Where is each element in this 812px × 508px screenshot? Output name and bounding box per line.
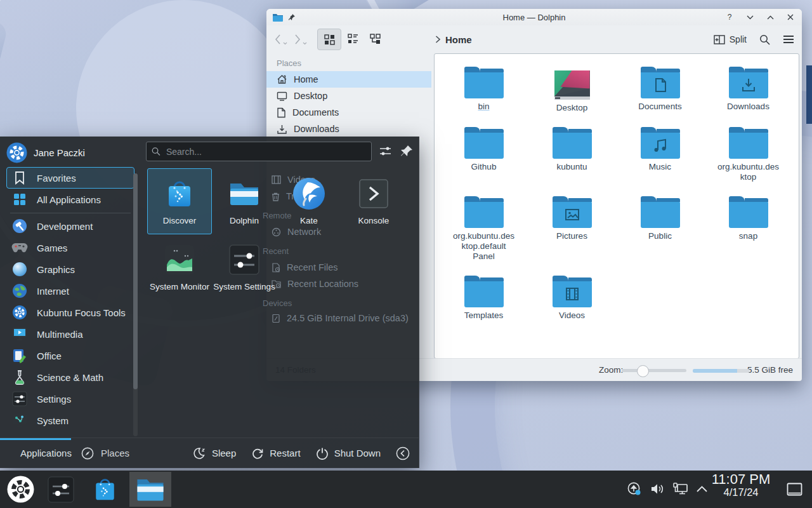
breadcrumb[interactable]: Home bbox=[435, 34, 472, 45]
details-view-button[interactable] bbox=[341, 29, 364, 49]
place-documents[interactable]: Documents bbox=[266, 104, 431, 121]
search-button[interactable] bbox=[759, 34, 770, 45]
file-pictures[interactable]: Pictures bbox=[531, 192, 613, 262]
categories-scrollbar[interactable] bbox=[133, 173, 138, 436]
file-label: Public bbox=[648, 231, 672, 241]
favorite-kate[interactable]: Kate bbox=[277, 168, 341, 234]
category-graphics[interactable]: Graphics bbox=[6, 258, 134, 280]
file-org-kubuntu-desktop[interactable]: org.kubuntu.desktop bbox=[707, 123, 790, 182]
digital-clock[interactable]: 11:07 PM 4/17/24 bbox=[697, 472, 785, 498]
category-favorites[interactable]: Favorites bbox=[6, 167, 134, 189]
split-icon bbox=[714, 35, 725, 44]
tab-places[interactable]: Places bbox=[81, 438, 129, 468]
favorite-system-monitor[interactable]: System Monitor bbox=[147, 234, 212, 300]
breadcrumb-home[interactable]: Home bbox=[445, 34, 472, 45]
kubuntu-logo-icon bbox=[6, 475, 35, 504]
file-templates[interactable]: Templates bbox=[443, 272, 525, 321]
launcher-categories: Favorites All Applications Development G… bbox=[0, 167, 141, 431]
action-label: Shut Down bbox=[334, 448, 381, 458]
taskbar-discover[interactable] bbox=[90, 474, 120, 504]
taskbar-dolphin[interactable] bbox=[135, 475, 166, 504]
dolphin-icon bbox=[135, 475, 166, 504]
file-label: Videos bbox=[559, 311, 585, 321]
file-kubuntu[interactable]: kubuntu bbox=[531, 123, 613, 182]
updates-tray-icon[interactable] bbox=[627, 481, 642, 497]
category-multimedia[interactable]: Multimedia bbox=[6, 323, 134, 345]
folder-downloads-icon bbox=[729, 72, 768, 98]
favorite-dolphin[interactable]: Dolphin bbox=[212, 168, 277, 234]
user-avatar[interactable] bbox=[6, 142, 27, 163]
category-games[interactable]: Games bbox=[6, 237, 134, 258]
file-documents[interactable]: Documents bbox=[619, 63, 702, 113]
place-downloads[interactable]: Downloads bbox=[266, 121, 431, 137]
tree-view-button[interactable] bbox=[364, 29, 387, 49]
back-button[interactable] bbox=[274, 34, 287, 45]
split-button[interactable]: Split bbox=[714, 34, 747, 44]
file-bin[interactable]: bin bbox=[443, 63, 525, 113]
sleep-icon bbox=[193, 447, 206, 460]
filter-button[interactable] bbox=[377, 144, 393, 158]
taskbar: 11:07 PM 4/17/24 bbox=[0, 471, 812, 508]
show-desktop-button[interactable] bbox=[787, 483, 802, 496]
close-button[interactable] bbox=[785, 12, 796, 22]
tab-label: Places bbox=[101, 448, 129, 458]
maximize-button[interactable] bbox=[765, 12, 775, 22]
launcher-search[interactable] bbox=[146, 142, 372, 161]
sleep-button[interactable]: Sleep bbox=[193, 447, 236, 460]
file-downloads[interactable]: Downloads bbox=[707, 63, 790, 113]
favorite-discover[interactable]: Discover bbox=[147, 168, 212, 234]
category-internet[interactable]: Internet bbox=[6, 280, 134, 302]
category-kubuntu-focus-tools[interactable]: Kubuntu Focus Tools bbox=[6, 302, 134, 323]
category-science-math[interactable]: Science & Math bbox=[6, 366, 134, 388]
split-label: Split bbox=[730, 34, 747, 44]
scrollbar-thumb[interactable] bbox=[133, 173, 138, 389]
folder-icon bbox=[464, 281, 504, 307]
pin-button[interactable] bbox=[400, 144, 414, 158]
place-home[interactable]: Home bbox=[266, 71, 431, 88]
place-label: Home bbox=[294, 74, 318, 84]
taskbar-system-settings[interactable] bbox=[47, 476, 75, 504]
network-tray-icon[interactable] bbox=[672, 482, 688, 496]
tab-applications[interactable]: Applications bbox=[0, 438, 71, 468]
category-office[interactable]: Office bbox=[6, 345, 134, 366]
file-snap[interactable]: snap bbox=[707, 192, 790, 262]
taskbar-launcher-button[interactable] bbox=[6, 475, 35, 504]
file-label: bin bbox=[478, 102, 489, 112]
file-label: Desktop bbox=[556, 103, 588, 113]
zoom-slider[interactable] bbox=[622, 369, 686, 372]
search-input[interactable] bbox=[165, 146, 366, 157]
file-github[interactable]: Github bbox=[443, 123, 525, 182]
hamburger-menu-button[interactable] bbox=[783, 35, 794, 44]
dolphin-titlebar[interactable]: Home — Dolphin ? bbox=[266, 9, 802, 25]
category-settings[interactable]: Settings bbox=[6, 388, 134, 410]
category-system[interactable]: System bbox=[6, 410, 134, 431]
minimize-button[interactable] bbox=[745, 12, 755, 22]
shutdown-button[interactable]: Shut Down bbox=[316, 447, 381, 460]
file-org-kubuntu-desktop-default-panel[interactable]: org.kubuntu.desktop.default Panel bbox=[443, 192, 525, 262]
file-music[interactable]: Music bbox=[619, 123, 702, 182]
file-videos[interactable]: Videos bbox=[531, 272, 613, 321]
favorite-system-settings[interactable]: System Settings bbox=[212, 234, 277, 300]
file-public[interactable]: Public bbox=[619, 192, 702, 262]
favorite-konsole[interactable]: Konsole bbox=[341, 168, 406, 234]
forward-button[interactable] bbox=[294, 34, 307, 45]
dolphin-file-view[interactable]: bin Desktop Documents Downloads bbox=[434, 53, 799, 359]
help-button[interactable]: ? bbox=[724, 12, 735, 22]
desktop-icon bbox=[277, 91, 287, 101]
zoom-label: Zoom: bbox=[599, 365, 623, 375]
leave-options-button[interactable] bbox=[396, 446, 410, 460]
place-desktop[interactable]: Desktop bbox=[266, 88, 431, 104]
zoom-slider-handle[interactable] bbox=[637, 365, 649, 377]
view-mode-group bbox=[317, 29, 387, 50]
category-all-applications[interactable]: All Applications bbox=[6, 189, 134, 210]
folder-music-icon bbox=[641, 132, 680, 159]
system-settings-icon bbox=[47, 476, 75, 504]
graphics-icon bbox=[11, 262, 29, 277]
category-development[interactable]: Development bbox=[6, 215, 134, 237]
file-desktop[interactable]: Desktop bbox=[531, 63, 613, 113]
pin-icon[interactable] bbox=[288, 13, 296, 21]
capacity-fill bbox=[693, 369, 737, 373]
icons-view-button[interactable] bbox=[317, 29, 341, 50]
restart-button[interactable]: Restart bbox=[251, 447, 300, 460]
volume-tray-icon[interactable] bbox=[650, 482, 665, 496]
